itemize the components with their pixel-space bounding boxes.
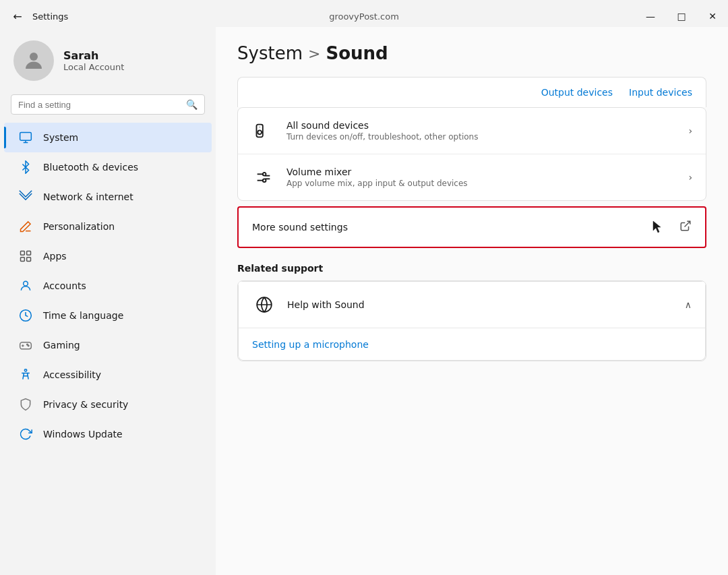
sidebar-item-network[interactable]: Network & internet — [4, 182, 212, 212]
search-bar[interactable]: 🔍 — [11, 94, 205, 115]
back-button[interactable]: ← — [8, 7, 27, 26]
volume-mixer-arrow: › — [688, 172, 692, 183]
help-with-sound-title: Help with Sound — [287, 299, 674, 310]
bluetooth-icon — [18, 159, 34, 175]
user-account-type: Local Account — [63, 62, 124, 72]
svg-line-26 — [685, 221, 690, 226]
sidebar-item-label-gaming: Gaming — [43, 340, 80, 351]
sidebar-item-label-accessibility: Accessibility — [43, 369, 101, 380]
main-content: System > Sound Output devices Input devi… — [216, 27, 728, 575]
sidebar-item-apps[interactable]: Apps — [4, 241, 212, 271]
sidebar-item-accounts[interactable]: Accounts — [4, 271, 212, 301]
user-info: Sarah Local Account — [63, 49, 124, 72]
breadcrumb-current: Sound — [326, 43, 388, 63]
svg-rect-5 — [27, 251, 31, 255]
gaming-icon — [18, 337, 34, 353]
breadcrumb-parent: System — [237, 43, 303, 63]
all-sound-devices-subtitle: Turn devices on/off, troubleshoot, other… — [286, 132, 677, 142]
all-sound-devices-arrow: › — [688, 125, 692, 136]
setting-up-mic-card[interactable]: Setting up a microphone — [238, 328, 706, 361]
sidebar-item-label-apps: Apps — [43, 251, 67, 262]
nav-list: SystemBluetooth & devicesNetwork & inter… — [0, 123, 216, 449]
breadcrumb: System > Sound — [237, 43, 706, 63]
search-input[interactable] — [18, 100, 181, 110]
sidebar: Sarah Local Account 🔍 SystemBluetooth & … — [0, 27, 216, 575]
sidebar-item-system[interactable]: System — [4, 123, 212, 152]
more-sound-settings-card[interactable]: More sound settings — [237, 206, 706, 248]
app-title: Settings — [32, 11, 68, 22]
search-icon: 🔍 — [186, 99, 198, 110]
svg-rect-6 — [21, 258, 25, 262]
volume-mixer-card[interactable]: Volume mixer App volume mix, app input &… — [238, 154, 706, 200]
svg-point-25 — [263, 179, 266, 182]
user-section: Sarah Local Account — [0, 27, 216, 94]
input-devices-link[interactable]: Input devices — [629, 87, 692, 98]
volume-mixer-text: Volume mixer App volume mix, app input &… — [286, 167, 677, 188]
svg-rect-1 — [20, 133, 32, 141]
help-sound-chevron: ∧ — [685, 299, 692, 310]
svg-point-18 — [257, 130, 262, 134]
all-sound-devices-card[interactable]: All sound devices Turn devices on/off, t… — [238, 108, 706, 154]
user-name: Sarah — [63, 49, 124, 62]
svg-rect-7 — [27, 258, 31, 262]
sidebar-item-accessibility[interactable]: Accessibility — [4, 360, 212, 390]
help-sound-icon — [252, 293, 276, 317]
sidebar-item-label-personalization: Personalization — [43, 221, 115, 232]
sidebar-item-label-accounts: Accounts — [43, 280, 86, 291]
url-label: groovyPost.com — [329, 11, 399, 22]
related-support-section: Help with Sound ∧ Setting up a microphon… — [237, 280, 706, 361]
svg-point-0 — [30, 53, 38, 61]
svg-point-8 — [24, 281, 28, 286]
volume-mixer-icon — [251, 165, 276, 189]
accounts-icon — [18, 278, 34, 294]
sidebar-item-bluetooth[interactable]: Bluetooth & devices — [4, 152, 212, 182]
related-support-label: Related support — [237, 263, 706, 274]
svg-rect-4 — [21, 251, 25, 255]
all-sound-devices-title: All sound devices — [286, 120, 677, 131]
breadcrumb-separator: > — [308, 45, 320, 62]
external-link-icon — [679, 220, 692, 235]
output-devices-link[interactable]: Output devices — [541, 87, 613, 98]
volume-mixer-title: Volume mixer — [286, 167, 677, 177]
maximize-button[interactable]: □ — [666, 5, 697, 27]
sidebar-item-windows-update[interactable]: Windows Update — [4, 419, 212, 449]
network-icon — [18, 189, 34, 205]
windows-update-icon — [18, 426, 34, 442]
help-with-sound-card[interactable]: Help with Sound ∧ — [238, 281, 706, 328]
sound-links-bar: Output devices Input devices — [237, 77, 706, 107]
sidebar-item-gaming[interactable]: Gaming — [4, 330, 212, 360]
minimize-button[interactable]: — — [635, 5, 666, 27]
svg-point-13 — [28, 345, 29, 346]
sidebar-item-label-time: Time & language — [43, 310, 123, 321]
cursor-icon — [651, 220, 663, 235]
sidebar-item-personalization[interactable]: Personalization — [4, 212, 212, 241]
personalization-icon — [18, 218, 34, 235]
close-button[interactable]: ✕ — [697, 5, 728, 27]
sidebar-item-label-bluetooth: Bluetooth & devices — [43, 162, 138, 173]
apps-icon — [18, 248, 34, 264]
system-icon — [18, 129, 34, 146]
svg-point-16 — [24, 369, 26, 371]
sidebar-item-label-network: Network & internet — [43, 191, 133, 202]
all-sound-devices-icon — [251, 119, 276, 143]
titlebar: ← Settings groovyPost.com — □ ✕ — [0, 0, 728, 27]
privacy-icon — [18, 396, 34, 413]
window-controls: — □ ✕ — [635, 5, 728, 27]
sidebar-item-privacy[interactable]: Privacy & security — [4, 390, 212, 419]
more-sound-settings-label: More sound settings — [252, 222, 640, 233]
accessibility-icon — [18, 367, 34, 383]
app-body: Sarah Local Account 🔍 SystemBluetooth & … — [0, 27, 728, 575]
sound-cards: All sound devices Turn devices on/off, t… — [237, 107, 706, 201]
sidebar-item-time[interactable]: Time & language — [4, 301, 212, 330]
svg-point-24 — [263, 173, 266, 176]
all-sound-devices-text: All sound devices Turn devices on/off, t… — [286, 120, 677, 142]
user-avatar-icon — [22, 49, 46, 73]
volume-mixer-subtitle: App volume mix, app input & output devic… — [286, 179, 677, 188]
sidebar-item-label-windows-update: Windows Update — [43, 429, 123, 440]
sidebar-item-label-privacy: Privacy & security — [43, 399, 128, 410]
sidebar-item-label-system: System — [43, 132, 78, 143]
time-icon — [18, 307, 34, 324]
avatar — [13, 40, 54, 81]
setting-up-mic-link[interactable]: Setting up a microphone — [252, 339, 369, 350]
